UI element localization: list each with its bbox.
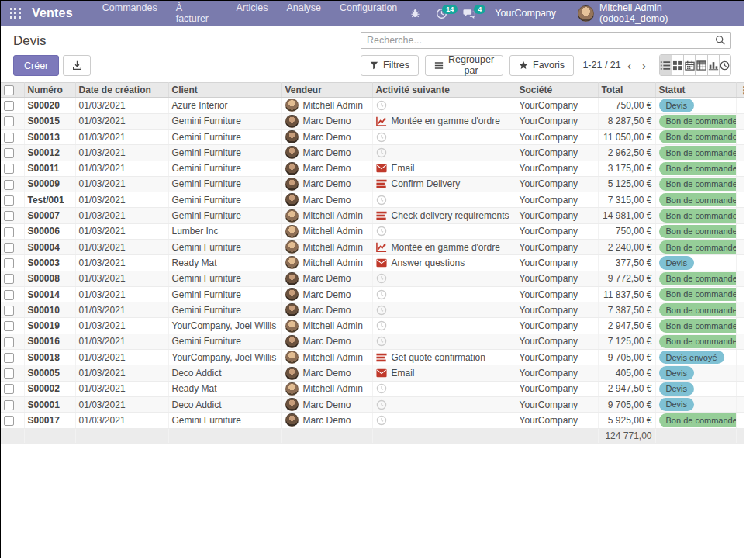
pager-next-button[interactable]: ›: [637, 57, 651, 74]
clock-icon[interactable]: [376, 289, 387, 300]
column-header-vendeur[interactable]: Vendeur: [281, 83, 372, 98]
task-list-icon[interactable]: [376, 179, 387, 188]
cell-activite-suivante[interactable]: [372, 129, 516, 144]
table-row[interactable]: S0001301/03/2021Gemini FurnitureMarc Dem…: [1, 129, 744, 144]
table-row[interactable]: S0000801/03/2021Gemini FurnitureMarc Dem…: [1, 271, 744, 286]
table-row[interactable]: S0001001/03/2021Gemini FurnitureMarc Dem…: [1, 302, 744, 318]
cell-activite-suivante[interactable]: Answer questions: [372, 255, 516, 271]
menu-item-analyse[interactable]: Analyse: [278, 0, 328, 31]
cell-activite-suivante[interactable]: Confirm Delivery: [372, 176, 516, 192]
favorites-button[interactable]: Favoris: [509, 55, 574, 76]
row-checkbox[interactable]: [4, 306, 14, 316]
clock-icon[interactable]: [376, 320, 387, 331]
cell-activite-suivante[interactable]: Montée en gamme d'ordre: [372, 113, 516, 129]
activities-icon[interactable]: 14: [430, 5, 453, 22]
menu-item--facturer[interactable]: À facturer: [168, 0, 226, 31]
select-all-checkbox[interactable]: [4, 85, 14, 95]
kanban-view-icon[interactable]: [672, 55, 683, 75]
menu-item-configuration[interactable]: Configuration: [332, 0, 405, 31]
email-icon[interactable]: [376, 368, 387, 378]
clock-icon[interactable]: [376, 226, 387, 237]
column-options-icon[interactable]: ⋮: [736, 83, 744, 98]
cell-activite-suivante[interactable]: [372, 396, 516, 412]
cell-activite-suivante[interactable]: [372, 98, 516, 113]
table-row[interactable]: S0001901/03/2021YourCompany, Joel Willis…: [1, 318, 744, 334]
email-icon[interactable]: [376, 258, 387, 268]
cell-activite-suivante[interactable]: [372, 302, 516, 318]
row-checkbox[interactable]: [4, 227, 14, 237]
cell-activite-suivante[interactable]: [372, 318, 516, 334]
table-row[interactable]: S0001201/03/2021Gemini FurnitureMarc Dem…: [1, 145, 744, 161]
column-header-numéro[interactable]: Numéro: [24, 83, 75, 98]
row-checkbox[interactable]: [4, 211, 14, 221]
graph-view-icon[interactable]: [707, 55, 719, 75]
row-checkbox[interactable]: [4, 400, 14, 410]
table-row[interactable]: S0000601/03/2021Lumber IncMitchell Admin…: [1, 223, 744, 239]
upsell-chart-icon[interactable]: [376, 242, 387, 252]
pager-previous-button[interactable]: ‹: [622, 57, 637, 74]
clock-icon[interactable]: [376, 383, 387, 394]
email-icon[interactable]: [376, 164, 387, 173]
row-checkbox[interactable]: [4, 116, 14, 126]
row-checkbox[interactable]: [4, 274, 14, 284]
cell-activite-suivante[interactable]: Email: [372, 161, 516, 176]
app-title[interactable]: Ventes: [32, 6, 73, 20]
clock-icon[interactable]: [376, 336, 387, 347]
apps-grid-icon[interactable]: [10, 8, 21, 19]
pivot-view-icon[interactable]: [695, 55, 706, 75]
row-checkbox[interactable]: [4, 258, 14, 268]
filters-button[interactable]: Filtres: [361, 55, 419, 76]
menu-item-articles[interactable]: Articles: [228, 0, 275, 31]
row-checkbox[interactable]: [4, 101, 14, 111]
row-checkbox[interactable]: [4, 133, 14, 143]
search-input[interactable]: [361, 32, 731, 49]
company-switcher[interactable]: YourCompany: [485, 8, 565, 19]
clock-icon[interactable]: [376, 132, 387, 143]
activity-view-icon[interactable]: [719, 55, 730, 75]
table-row[interactable]: S0000401/03/2021Gemini FurnitureMitchell…: [1, 240, 744, 255]
column-header-total[interactable]: Total: [598, 83, 655, 98]
cell-activite-suivante[interactable]: [372, 223, 516, 239]
clock-icon[interactable]: [376, 273, 387, 284]
cell-activite-suivante[interactable]: Email: [372, 365, 516, 381]
table-row[interactable]: S0001701/03/2021Gemini FurnitureMarc Dem…: [1, 413, 744, 428]
table-row[interactable]: S0001801/03/2021YourCompany, Joel Willis…: [1, 350, 744, 365]
menu-item-commandes[interactable]: Commandes: [95, 0, 165, 31]
cell-activite-suivante[interactable]: [372, 192, 516, 208]
table-row[interactable]: S0001101/03/2021Gemini FurnitureMarc Dem…: [1, 161, 744, 176]
column-header-statut[interactable]: Statut: [655, 83, 736, 98]
column-header-date-de-création[interactable]: Date de création: [75, 83, 168, 98]
column-header-société[interactable]: Société: [516, 83, 598, 98]
search-icon[interactable]: [715, 35, 726, 46]
row-checkbox[interactable]: [4, 384, 14, 394]
download-icon[interactable]: [63, 55, 91, 76]
table-row[interactable]: Test/00101/03/2021Gemini FurnitureMarc D…: [1, 192, 744, 208]
row-checkbox[interactable]: [4, 368, 14, 379]
table-row[interactable]: S0001501/03/2021Gemini FurnitureMarc Dem…: [1, 113, 744, 129]
table-row[interactable]: S0001601/03/2021Gemini FurnitureMarc Dem…: [1, 334, 744, 349]
table-row[interactable]: S0000101/03/2021Deco AddictMarc DemoYour…: [1, 396, 744, 412]
cell-activite-suivante[interactable]: [372, 413, 516, 428]
row-checkbox[interactable]: [4, 290, 14, 300]
task-list-icon[interactable]: [376, 211, 387, 220]
messages-icon[interactable]: 4: [458, 5, 481, 22]
table-row[interactable]: S0002001/03/2021Azure InteriorMitchell A…: [1, 98, 744, 113]
row-checkbox[interactable]: [4, 243, 14, 253]
row-checkbox[interactable]: [4, 416, 14, 426]
cell-activite-suivante[interactable]: [372, 145, 516, 161]
row-checkbox[interactable]: [4, 337, 14, 347]
row-checkbox[interactable]: [4, 321, 14, 331]
row-checkbox[interactable]: [4, 148, 14, 158]
clock-icon[interactable]: [376, 305, 387, 316]
table-row[interactable]: S0000301/03/2021Ready MatMitchell AdminA…: [1, 255, 744, 271]
cell-activite-suivante[interactable]: Get quote confirmation: [372, 350, 516, 365]
list-view-icon[interactable]: [660, 55, 672, 75]
table-row[interactable]: S0000201/03/2021Ready MatMitchell AdminY…: [1, 381, 744, 396]
task-list-icon[interactable]: [376, 353, 387, 362]
column-header-activité-suivante[interactable]: Activité suivante: [372, 83, 516, 98]
table-row[interactable]: S0000701/03/2021Gemini FurnitureMitchell…: [1, 208, 744, 223]
clock-icon[interactable]: [376, 415, 387, 426]
table-row[interactable]: S0000501/03/2021Deco AddictMarc DemoEmai…: [1, 365, 744, 381]
create-button[interactable]: Créer: [13, 55, 59, 76]
upsell-chart-icon[interactable]: [376, 116, 387, 126]
